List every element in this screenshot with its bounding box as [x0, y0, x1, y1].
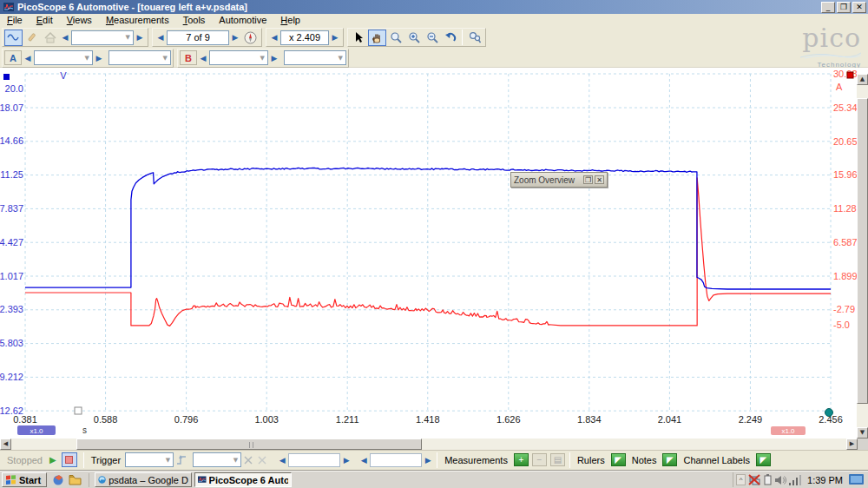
windows-logo-icon — [5, 475, 16, 485]
rulers-toggle-button[interactable]: ◤ — [611, 453, 626, 466]
start-button[interactable]: Start — [2, 472, 47, 487]
pretrigger-up-arrow[interactable]: ▶ — [422, 452, 434, 467]
channel-b-range-select[interactable]: ▼ — [209, 50, 268, 65]
display-settings-icon[interactable] — [849, 474, 864, 486]
stop-capture-button[interactable] — [62, 452, 77, 467]
menu-item-help[interactable]: Help — [273, 15, 307, 25]
edit-wand-button[interactable] — [23, 30, 41, 46]
scroll-right-button[interactable]: ▶ — [846, 439, 858, 450]
notes-toggle-button[interactable]: ◤ — [662, 453, 677, 466]
toolbar-separator — [462, 30, 463, 45]
horizontal-scroll-thumb[interactable] — [76, 439, 422, 450]
channel-b-marker — [847, 72, 853, 78]
horizontal-scrollbar[interactable]: ◀ ▶ — [0, 439, 858, 450]
tray-expand-button[interactable]: ^ — [736, 474, 746, 485]
scope-plot[interactable]: 20.018.0714.6611.257.8374.4271.017-2.393… — [0, 68, 868, 450]
app-icon — [3, 2, 14, 12]
trigger-marker-a-button[interactable] — [241, 452, 255, 468]
zoom-overview-close-button[interactable]: ✕ — [595, 175, 604, 184]
signal-strength-icon[interactable] — [789, 475, 801, 485]
remove-measurement-button[interactable]: − — [532, 453, 547, 466]
channel-b-button[interactable]: B — [180, 50, 197, 65]
task-button-picoscope[interactable]: PicoScope 6 Automoti... — [194, 472, 292, 487]
channel-a-prev-arrow[interactable]: ◀ — [22, 50, 34, 65]
view-prev-arrow[interactable]: ◀ — [59, 30, 71, 45]
zoom-overview-button[interactable] — [465, 30, 483, 46]
waveform-view-button[interactable] — [4, 30, 23, 46]
menu-item-measurements[interactable]: Measurements — [99, 15, 176, 25]
trigger-mode-select[interactable]: ▼ — [125, 452, 174, 467]
zoom-window-button[interactable] — [386, 30, 404, 46]
zoom-factor-box[interactable]: x 2.409 — [280, 30, 329, 45]
menu-item-automotive[interactable]: Automotive — [212, 15, 273, 25]
vertical-scroll-thumb[interactable] — [857, 98, 868, 404]
menu-item-edit[interactable]: Edit — [30, 15, 60, 25]
pointer-tool-button[interactable] — [350, 30, 368, 46]
vertical-scrollbar[interactable]: ▲ ▼ — [857, 74, 868, 439]
x-axis-tick-label: 2.041 — [658, 414, 682, 425]
stop-icon — [65, 456, 73, 464]
channel-labels-toggle-button[interactable]: ◤ — [756, 453, 771, 466]
page-indicator[interactable]: 7 of 9 — [167, 30, 229, 45]
x-axis-tick-label: 1.834 — [577, 414, 602, 425]
menu-item-views[interactable]: Views — [60, 15, 99, 25]
volume-icon[interactable] — [774, 475, 786, 485]
x-axis-tick-label: 0.588 — [94, 414, 118, 425]
chart-region: 20.018.0714.6611.257.8374.4271.017-2.393… — [0, 68, 868, 450]
channel-a-next-arrow[interactable]: ▶ — [93, 50, 105, 65]
y-axis-tick-label: -2.393 — [0, 304, 23, 314]
trigger-level-up-arrow[interactable]: ▶ — [340, 452, 352, 467]
zoom-in-button[interactable] — [404, 30, 423, 46]
channel-b-probe-select[interactable]: ▼ — [284, 50, 346, 65]
trigger-marker-b-button[interactable] — [255, 452, 269, 468]
pico-wave-icon — [800, 50, 861, 59]
channel-a-button[interactable]: A — [4, 50, 22, 65]
zoom-overview-title: Zoom Overview — [514, 175, 582, 185]
trigger-edge-button[interactable] — [174, 452, 189, 468]
minimize-button[interactable]: _ — [821, 2, 835, 13]
start-capture-button[interactable]: ▶ — [49, 455, 56, 465]
network-disconnected-icon[interactable] — [748, 474, 761, 485]
page-next-arrow[interactable]: ▶ — [229, 30, 241, 45]
view-select[interactable]: ▼ — [71, 30, 134, 45]
menu-item-file[interactable]: File — [0, 15, 30, 25]
pretrigger-field[interactable] — [370, 453, 422, 467]
zoom-prev-arrow[interactable]: ◀ — [268, 30, 280, 45]
scroll-down-button[interactable]: ▼ — [857, 427, 868, 439]
task-button-browser[interactable]: psdata – Google Drive - [... — [95, 472, 192, 487]
pan-tool-button[interactable] — [368, 30, 386, 46]
pretrigger-down-arrow[interactable]: ◀ — [358, 452, 370, 467]
page-prev-arrow[interactable]: ◀ — [155, 30, 167, 45]
scroll-up-button[interactable]: ▲ — [857, 74, 868, 85]
channel-b-prev-arrow[interactable]: ◀ — [197, 50, 209, 65]
x-axis-tick-label: 1.418 — [416, 414, 440, 425]
channel-a-probe-select[interactable]: ▼ — [108, 50, 171, 65]
menu-item-tools[interactable]: Tools — [176, 15, 213, 25]
view-next-arrow[interactable]: ▶ — [134, 30, 146, 45]
zoom-out-button[interactable] — [423, 30, 441, 46]
quick-launch-app-icon[interactable] — [52, 473, 65, 486]
scroll-left-button[interactable]: ◀ — [0, 439, 11, 450]
zoom-overview-icon — [469, 31, 481, 43]
edit-measurement-button[interactable]: ▤ — [550, 453, 565, 466]
add-measurement-button[interactable]: + — [514, 453, 529, 466]
trigger-channel-select[interactable]: ▼ — [193, 452, 241, 467]
zoom-overview-window[interactable]: Zoom Overview ❐ ✕ — [510, 172, 608, 188]
undo-zoom-button[interactable] — [441, 30, 459, 46]
main-toolbar: ◀ ▼ ▶ ◀ 7 of 9 ▶ ◀ x 2.409 ▶ — [0, 26, 868, 49]
close-button[interactable]: ✕ — [852, 2, 866, 13]
folder-icon[interactable] — [69, 473, 82, 486]
restore-button[interactable]: ❐ — [837, 2, 851, 13]
zoom-out-icon — [426, 31, 438, 43]
left-axis-labels: 20.018.0714.6611.257.8374.4271.017-2.393… — [0, 83, 23, 416]
channel-a-range-select[interactable]: ▼ — [34, 50, 93, 65]
zoom-next-arrow[interactable]: ▶ — [329, 30, 341, 45]
zoom-overview-restore-button[interactable]: ❐ — [583, 175, 593, 184]
home-button[interactable] — [41, 30, 59, 46]
battery-icon[interactable] — [764, 474, 772, 485]
waveform-navigator-button[interactable] — [241, 30, 260, 46]
x-axis-tick-label: 0.381 — [13, 414, 37, 425]
trigger-level-field[interactable] — [288, 453, 340, 467]
trigger-level-down-arrow[interactable]: ◀ — [276, 452, 288, 467]
channel-b-next-arrow[interactable]: ▶ — [268, 50, 280, 65]
